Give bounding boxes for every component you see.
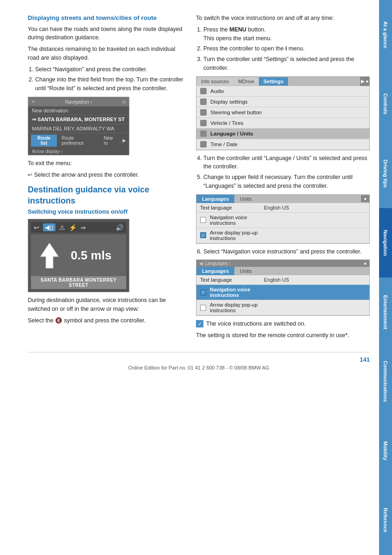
section2-sub: Switching voice instructions on/off bbox=[28, 208, 185, 215]
mdrive-tab[interactable]: MDrive bbox=[233, 77, 259, 86]
audio-item[interactable]: Audio bbox=[196, 86, 369, 97]
display-icon bbox=[200, 99, 207, 105]
lang-tab-bar-1: Languages Units ● bbox=[196, 195, 369, 203]
vehicle-tires-label: Vehicle / Tires bbox=[210, 120, 244, 126]
arrow-display-checkbox-2 bbox=[200, 305, 206, 311]
tab-navigation[interactable]: Navigation bbox=[379, 208, 392, 278]
step2: Press the controller to open the i menu. bbox=[203, 44, 370, 53]
text-lang-value-2: English US bbox=[264, 277, 289, 283]
display-settings-label: Display settings bbox=[210, 99, 248, 105]
back-arrow-icon: ↩ bbox=[28, 172, 32, 178]
section1-step2: Change into the third field from the top… bbox=[35, 75, 185, 93]
audio-icon bbox=[200, 88, 207, 94]
lang-breadcrumb: ◀ Languages › ● bbox=[196, 260, 369, 267]
route-preference-label: Route preference bbox=[59, 135, 99, 147]
steering-wheel-item[interactable]: Steering wheel button bbox=[196, 107, 369, 118]
step1: Press the MENU button.This opens the sta… bbox=[203, 25, 370, 43]
step4: Turn the controller until “Language / Un… bbox=[203, 154, 370, 172]
arrow-display-checkbox-1: ✓ bbox=[200, 232, 206, 238]
nav-voice-row-2[interactable]: ✓ Navigation voice instructions bbox=[196, 285, 369, 300]
tab-communications[interactable]: Communications bbox=[379, 347, 392, 416]
exit-instruction: ↩ Select the arrow and press the control… bbox=[28, 171, 185, 179]
arrow-display-row-2[interactable]: Arrow display pop-up instructions bbox=[196, 300, 369, 315]
text-language-row-1[interactable]: Text language English US bbox=[196, 203, 369, 213]
check-mark-icon: ✓ bbox=[196, 320, 203, 327]
tab-right-arrow: ▶ ● bbox=[360, 77, 369, 86]
right-steps: Press the MENU button.This opens the sta… bbox=[203, 25, 370, 73]
voice-on-text: The voice instructions are switched on. bbox=[206, 320, 306, 328]
section1-step1: Select “Navigation” and press the contro… bbox=[35, 65, 185, 74]
tab-driving-tips[interactable]: Driving tips bbox=[379, 139, 392, 208]
right-intro: To switch the voice instructions on and … bbox=[196, 14, 370, 23]
text-lang-label-2: Text language bbox=[200, 277, 260, 283]
guidance-distance: 0.5 mls bbox=[71, 248, 111, 263]
time-date-item[interactable]: Time / Date bbox=[196, 139, 369, 150]
section1-para1: You can have the roads and towns along t… bbox=[28, 25, 185, 43]
lang-nav-back: ◀ bbox=[199, 261, 203, 266]
warning-icon: ⚠ bbox=[59, 224, 65, 231]
nav-screen-mockup: ✦ Navigation › ⊗ New destination ⇒ SANTA… bbox=[28, 97, 129, 155]
route-icon: ⚡ bbox=[69, 224, 77, 231]
step5: Change to upper field if necessary. Turn… bbox=[203, 173, 370, 191]
tab-bar: At a glance Controls Driving tips Naviga… bbox=[379, 0, 392, 555]
route-list-button[interactable]: Route list bbox=[31, 135, 57, 147]
tab-at-a-glance[interactable]: At a glance bbox=[379, 0, 392, 69]
right-steps-cont1: Turn the controller until “Language / Un… bbox=[203, 154, 370, 191]
svg-marker-0 bbox=[40, 243, 59, 268]
info-sources-tab[interactable]: Info sources bbox=[196, 77, 233, 86]
guidance-screen-mockup: ↩ ◀)) ⚠ ⚡ ⇒ 🔊 bbox=[28, 219, 129, 292]
up-arrow-display bbox=[36, 239, 63, 271]
tab-entertainment[interactable]: Entertainment bbox=[379, 278, 392, 347]
languages-tab-2[interactable]: Languages bbox=[196, 267, 234, 275]
nav-screen-title: Navigation › bbox=[65, 99, 92, 105]
units-tab-2[interactable]: Units bbox=[234, 267, 257, 275]
section1-steps: Select “Navigation” and press the contro… bbox=[35, 65, 185, 93]
language-units-label: Language / Units bbox=[210, 131, 253, 136]
time-date-label: Time / Date bbox=[210, 142, 238, 147]
arrow-display-label-2: Arrow display pop-up instructions bbox=[210, 302, 270, 313]
nav-voice-label-2: Navigation voice instructions bbox=[210, 287, 270, 298]
nav-close-icon: ⊗ bbox=[122, 99, 126, 105]
voice-para2: Select the 🔇 symbol and press the contro… bbox=[28, 316, 185, 325]
units-tab-1[interactable]: Units bbox=[234, 195, 257, 203]
vehicle-tires-item[interactable]: Vehicle / Tires bbox=[196, 118, 369, 129]
section1-para2: The distances remaining to be traveled o… bbox=[28, 45, 185, 62]
display-settings-item[interactable]: Display settings bbox=[196, 97, 369, 107]
nav-voice-checkbox-2: ✓ bbox=[200, 290, 206, 296]
text-language-row-2[interactable]: Text language English US bbox=[196, 275, 369, 285]
nav-voice-label-1: Navigation voice instructions bbox=[210, 215, 270, 226]
back-icon: ↩ bbox=[34, 224, 39, 231]
right-steps-cont2: Select “Navigation voice instructions” a… bbox=[203, 247, 370, 256]
nav-back-icon: ✦ bbox=[31, 99, 36, 105]
page-number: 141 bbox=[28, 356, 370, 363]
text-lang-value-1: English US bbox=[264, 205, 289, 210]
arrow-icon: ⇒ bbox=[80, 224, 86, 231]
lang-tab-bar-2: Languages Units bbox=[196, 267, 369, 275]
lang-tab-arrow-1: ● bbox=[361, 195, 369, 202]
voice-para1: During destination guidance, voice instr… bbox=[28, 296, 185, 314]
languages-tab-1[interactable]: Languages bbox=[196, 195, 234, 203]
lang-screen-1: Languages Units ● Text language English … bbox=[196, 194, 370, 244]
lang-breadcrumb-title: Languages › bbox=[205, 261, 231, 266]
language-icon bbox=[200, 130, 207, 137]
setting-stored: The setting is stored for the remote con… bbox=[196, 331, 370, 340]
step3: Turn the controller until “Settings” is … bbox=[203, 55, 370, 73]
left-column: Displaying streets and towns/cities of r… bbox=[28, 14, 185, 343]
tab-mobility[interactable]: Mobility bbox=[379, 416, 392, 486]
tab-controls[interactable]: Controls bbox=[379, 69, 392, 139]
nav-voice-row-1[interactable]: Navigation voice instructions bbox=[196, 213, 369, 228]
steering-wheel-label: Steering wheel button bbox=[210, 110, 262, 115]
guidance-street: SANTA BARBARA MONTERREY STREET bbox=[31, 276, 126, 289]
lang-screen-2: ◀ Languages › ● Languages Units Text lan… bbox=[196, 259, 370, 316]
voice-on-note: ✓ The voice instructions are switched on… bbox=[196, 320, 370, 328]
nav-route-bar: Route list Route preference New ro ▶ bbox=[28, 133, 129, 148]
arrow-display-row: Arrow display › bbox=[28, 148, 129, 155]
new-route-label: New ro bbox=[101, 135, 121, 147]
arrow-display-row-1[interactable]: ✓ Arrow display pop-up instructions bbox=[196, 228, 369, 243]
page-footer: 141 Online Edition for Part no. 01 41 2 … bbox=[28, 352, 370, 370]
language-units-item[interactable]: Language / Units bbox=[196, 129, 369, 139]
tab-reference[interactable]: Reference bbox=[379, 486, 392, 555]
settings-tab-active[interactable]: Settings bbox=[259, 77, 288, 86]
copyright-text: Online Edition for Part no. 01 41 2 600 … bbox=[128, 365, 269, 370]
step6: Select “Navigation voice instructions” a… bbox=[203, 247, 370, 256]
